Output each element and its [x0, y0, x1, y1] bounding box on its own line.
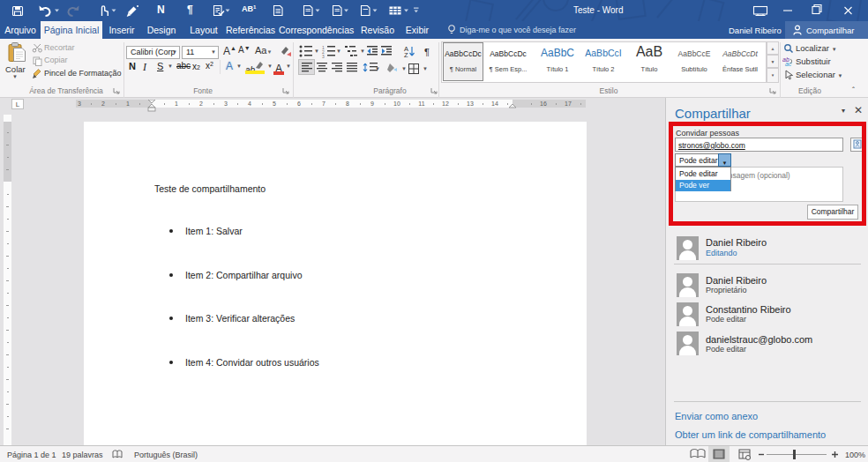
svg-text:4: 4 — [248, 101, 251, 107]
svg-text:8: 8 — [346, 101, 349, 107]
svg-text:17: 17 — [565, 101, 572, 107]
svg-text:13: 13 — [467, 101, 474, 107]
svg-text:7: 7 — [322, 101, 326, 107]
svg-text:Z: Z — [404, 51, 408, 59]
svg-text:3: 3 — [78, 101, 81, 107]
svg-text:16: 16 — [540, 101, 547, 107]
svg-text:2: 2 — [199, 101, 203, 107]
svg-text:12: 12 — [442, 101, 449, 107]
svg-text:6: 6 — [297, 101, 301, 107]
svg-text:10: 10 — [393, 101, 400, 107]
svg-text:3: 3 — [322, 54, 325, 59]
svg-text:2: 2 — [101, 101, 105, 107]
svg-text:1: 1 — [126, 101, 130, 107]
svg-text:ac: ac — [785, 61, 792, 67]
svg-text:3: 3 — [224, 101, 228, 107]
svg-text:1: 1 — [175, 101, 178, 107]
svg-text:9: 9 — [370, 101, 374, 107]
svg-text:11: 11 — [418, 101, 424, 107]
svg-text:14: 14 — [491, 101, 498, 107]
svg-text:5: 5 — [273, 101, 276, 107]
svg-text:¶: ¶ — [424, 47, 430, 57]
